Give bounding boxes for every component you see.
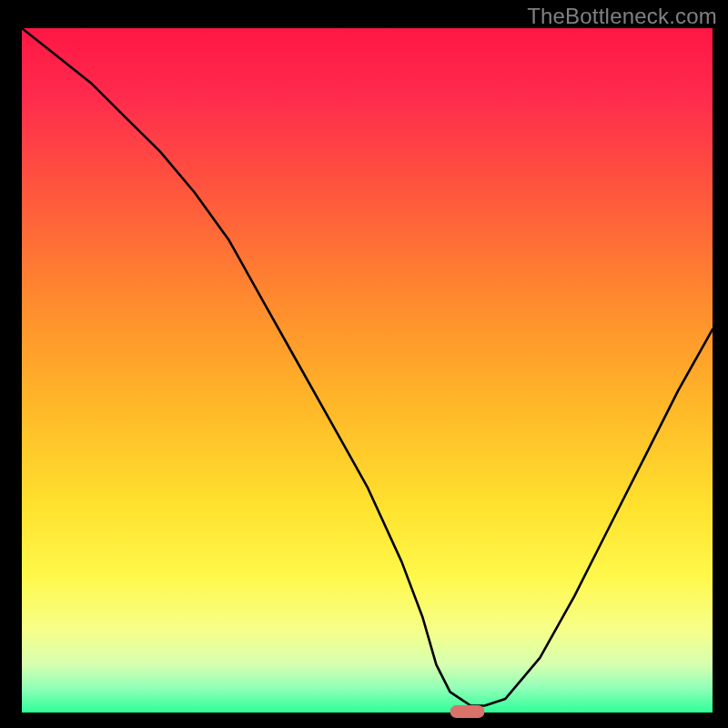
watermark-text: TheBottleneck.com: [527, 4, 717, 29]
plot-area: [22, 28, 713, 713]
chart-frame: TheBottleneck.com: [0, 0, 728, 728]
optimal-marker: [450, 705, 485, 718]
chart-svg: [0, 0, 728, 728]
